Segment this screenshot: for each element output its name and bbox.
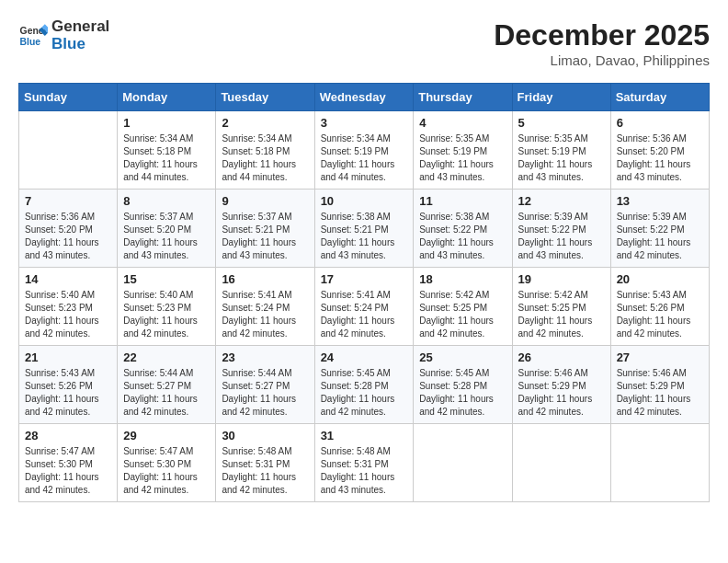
day-of-week-header: Wednesday <box>314 84 414 111</box>
calendar-cell: 1Sunrise: 5:34 AM Sunset: 5:18 PM Daylig… <box>118 111 216 190</box>
day-number: 24 <box>321 350 408 364</box>
day-info: Sunrise: 5:43 AM Sunset: 5:26 PM Dayligh… <box>617 289 703 340</box>
day-info: Sunrise: 5:45 AM Sunset: 5:28 PM Dayligh… <box>419 367 506 419</box>
calendar-cell: 5Sunrise: 5:35 AM Sunset: 5:19 PM Daylig… <box>512 111 610 190</box>
day-number: 11 <box>419 194 506 208</box>
calendar-cell: 15Sunrise: 5:40 AM Sunset: 5:23 PM Dayli… <box>118 268 216 346</box>
day-info: Sunrise: 5:43 AM Sunset: 5:26 PM Dayligh… <box>25 367 111 419</box>
day-info: Sunrise: 5:34 AM Sunset: 5:19 PM Dayligh… <box>321 132 408 184</box>
day-number: 19 <box>518 272 605 286</box>
day-number: 14 <box>25 272 111 286</box>
day-info: Sunrise: 5:45 AM Sunset: 5:28 PM Dayligh… <box>321 367 408 419</box>
calendar-cell: 26Sunrise: 5:46 AM Sunset: 5:29 PM Dayli… <box>512 346 610 424</box>
calendar-cell: 11Sunrise: 5:38 AM Sunset: 5:22 PM Dayli… <box>414 190 512 268</box>
day-number: 10 <box>321 194 408 208</box>
calendar-cell: 18Sunrise: 5:42 AM Sunset: 5:25 PM Dayli… <box>414 268 512 346</box>
day-info: Sunrise: 5:44 AM Sunset: 5:27 PM Dayligh… <box>123 367 210 419</box>
day-info: Sunrise: 5:41 AM Sunset: 5:24 PM Dayligh… <box>222 289 308 340</box>
calendar-header-row: SundayMondayTuesdayWednesdayThursdayFrid… <box>19 84 710 111</box>
day-number: 30 <box>222 429 308 442</box>
calendar-cell: 31Sunrise: 5:48 AM Sunset: 5:31 PM Dayli… <box>314 424 414 502</box>
day-of-week-header: Tuesday <box>216 84 314 111</box>
calendar-cell: 24Sunrise: 5:45 AM Sunset: 5:28 PM Dayli… <box>314 346 414 424</box>
day-info: Sunrise: 5:34 AM Sunset: 5:18 PM Dayligh… <box>123 132 210 184</box>
day-info: Sunrise: 5:47 AM Sunset: 5:30 PM Dayligh… <box>25 445 111 497</box>
day-number: 4 <box>419 116 506 130</box>
svg-text:Blue: Blue <box>20 36 41 46</box>
day-number: 6 <box>617 116 703 130</box>
day-info: Sunrise: 5:37 AM Sunset: 5:20 PM Dayligh… <box>123 211 210 262</box>
calendar-cell: 28Sunrise: 5:47 AM Sunset: 5:30 PM Dayli… <box>19 424 118 502</box>
logo: General Blue General Blue <box>18 18 109 52</box>
day-info: Sunrise: 5:42 AM Sunset: 5:25 PM Dayligh… <box>518 289 605 340</box>
day-info: Sunrise: 5:46 AM Sunset: 5:29 PM Dayligh… <box>518 367 605 419</box>
logo-general-text: General <box>51 18 109 36</box>
calendar-cell: 12Sunrise: 5:39 AM Sunset: 5:22 PM Dayli… <box>512 190 610 268</box>
day-of-week-header: Saturday <box>610 84 709 111</box>
day-of-week-header: Thursday <box>414 84 512 111</box>
day-number: 12 <box>518 194 605 208</box>
day-number: 21 <box>25 350 111 364</box>
calendar-cell: 23Sunrise: 5:44 AM Sunset: 5:27 PM Dayli… <box>216 346 314 424</box>
day-of-week-header: Friday <box>512 84 610 111</box>
day-number: 25 <box>419 350 506 364</box>
calendar-cell: 17Sunrise: 5:41 AM Sunset: 5:24 PM Dayli… <box>314 268 414 346</box>
day-info: Sunrise: 5:48 AM Sunset: 5:31 PM Dayligh… <box>321 445 408 497</box>
calendar-cell <box>414 424 512 502</box>
day-info: Sunrise: 5:39 AM Sunset: 5:22 PM Dayligh… <box>617 211 703 262</box>
day-number: 22 <box>123 350 210 364</box>
day-number: 27 <box>617 350 703 364</box>
day-of-week-header: Monday <box>118 84 216 111</box>
calendar-week-row: 14Sunrise: 5:40 AM Sunset: 5:23 PM Dayli… <box>19 268 710 346</box>
page-header: General Blue General Blue December 2025 … <box>18 18 710 68</box>
day-info: Sunrise: 5:34 AM Sunset: 5:18 PM Dayligh… <box>222 132 308 184</box>
calendar-cell: 9Sunrise: 5:37 AM Sunset: 5:21 PM Daylig… <box>216 190 314 268</box>
calendar-cell: 8Sunrise: 5:37 AM Sunset: 5:20 PM Daylig… <box>118 190 216 268</box>
day-info: Sunrise: 5:41 AM Sunset: 5:24 PM Dayligh… <box>321 289 408 340</box>
title-block: December 2025 Limao, Davao, Philippines <box>494 18 710 68</box>
calendar-cell: 25Sunrise: 5:45 AM Sunset: 5:28 PM Dayli… <box>414 346 512 424</box>
calendar-cell: 29Sunrise: 5:47 AM Sunset: 5:30 PM Dayli… <box>118 424 216 502</box>
calendar-cell: 2Sunrise: 5:34 AM Sunset: 5:18 PM Daylig… <box>216 111 314 190</box>
calendar-week-row: 28Sunrise: 5:47 AM Sunset: 5:30 PM Dayli… <box>19 424 710 502</box>
day-info: Sunrise: 5:36 AM Sunset: 5:20 PM Dayligh… <box>617 132 703 184</box>
day-number: 17 <box>321 272 408 286</box>
logo-blue-text: Blue <box>51 36 109 53</box>
day-info: Sunrise: 5:36 AM Sunset: 5:20 PM Dayligh… <box>25 211 111 262</box>
day-info: Sunrise: 5:38 AM Sunset: 5:22 PM Dayligh… <box>419 211 506 262</box>
calendar-cell: 7Sunrise: 5:36 AM Sunset: 5:20 PM Daylig… <box>19 190 118 268</box>
day-number: 3 <box>321 116 408 130</box>
day-number: 13 <box>617 194 703 208</box>
calendar-cell: 4Sunrise: 5:35 AM Sunset: 5:19 PM Daylig… <box>414 111 512 190</box>
day-info: Sunrise: 5:48 AM Sunset: 5:31 PM Dayligh… <box>222 445 308 497</box>
calendar-cell: 22Sunrise: 5:44 AM Sunset: 5:27 PM Dayli… <box>118 346 216 424</box>
calendar-cell <box>19 111 118 190</box>
calendar-cell <box>610 424 709 502</box>
day-number: 9 <box>222 194 308 208</box>
logo-icon: General Blue <box>18 21 48 51</box>
calendar-cell: 14Sunrise: 5:40 AM Sunset: 5:23 PM Dayli… <box>19 268 118 346</box>
day-info: Sunrise: 5:35 AM Sunset: 5:19 PM Dayligh… <box>518 132 605 184</box>
calendar-cell <box>512 424 610 502</box>
day-number: 5 <box>518 116 605 130</box>
calendar-cell: 16Sunrise: 5:41 AM Sunset: 5:24 PM Dayli… <box>216 268 314 346</box>
day-number: 28 <box>25 429 111 442</box>
day-info: Sunrise: 5:39 AM Sunset: 5:22 PM Dayligh… <box>518 211 605 262</box>
calendar-cell: 13Sunrise: 5:39 AM Sunset: 5:22 PM Dayli… <box>610 190 709 268</box>
day-number: 29 <box>123 429 210 442</box>
day-number: 16 <box>222 272 308 286</box>
day-info: Sunrise: 5:35 AM Sunset: 5:19 PM Dayligh… <box>419 132 506 184</box>
calendar-cell: 3Sunrise: 5:34 AM Sunset: 5:19 PM Daylig… <box>314 111 414 190</box>
day-number: 18 <box>419 272 506 286</box>
day-number: 31 <box>321 429 408 442</box>
day-number: 1 <box>123 116 210 130</box>
day-number: 15 <box>123 272 210 286</box>
calendar-cell: 27Sunrise: 5:46 AM Sunset: 5:29 PM Dayli… <box>610 346 709 424</box>
calendar-cell: 6Sunrise: 5:36 AM Sunset: 5:20 PM Daylig… <box>610 111 709 190</box>
day-info: Sunrise: 5:38 AM Sunset: 5:21 PM Dayligh… <box>321 211 408 262</box>
calendar-cell: 30Sunrise: 5:48 AM Sunset: 5:31 PM Dayli… <box>216 424 314 502</box>
location: Limao, Davao, Philippines <box>494 52 710 68</box>
calendar-week-row: 21Sunrise: 5:43 AM Sunset: 5:26 PM Dayli… <box>19 346 710 424</box>
day-number: 2 <box>222 116 308 130</box>
calendar-cell: 20Sunrise: 5:43 AM Sunset: 5:26 PM Dayli… <box>610 268 709 346</box>
